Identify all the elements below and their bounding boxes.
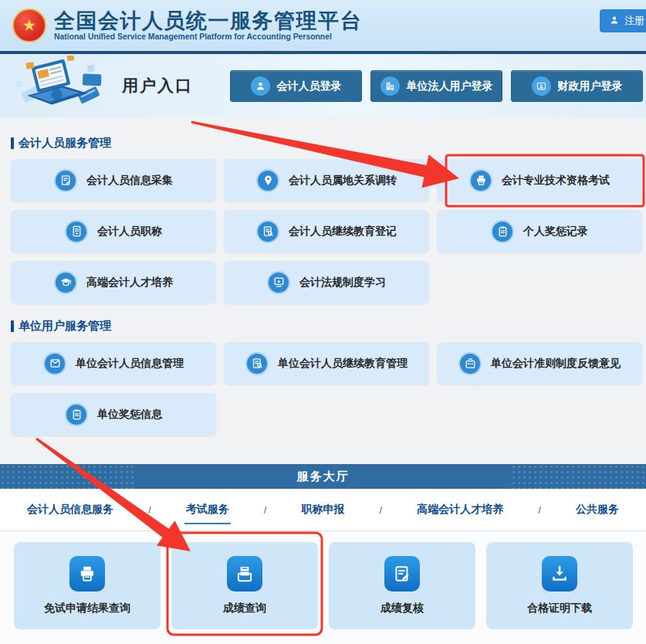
exam-service-cards: 免试申请结果查询成绩查询成绩复核合格证明下载 <box>0 531 646 644</box>
building-icon <box>380 76 400 96</box>
user-entry-banner: 用户入口 会计人员登录单位法人用户登录财政用户登录 <box>0 54 646 117</box>
service-card-label: 会计人员属地关系调转 <box>289 174 397 188</box>
doc-search-icon <box>245 352 269 375</box>
section-title: 会计人员服务管理 <box>11 117 643 151</box>
title-bar <box>11 320 14 332</box>
exam-card-成绩复核[interactable]: 成绩复核 <box>329 542 475 629</box>
service-card-label: 会计人员职称 <box>97 225 162 239</box>
page: ★ 全国会计人员统一服务管理平台 National Unified Servic… <box>0 0 646 644</box>
title-bar <box>11 137 14 149</box>
doc-search-icon <box>256 220 279 243</box>
service-card-高端会计人才培养[interactable]: 高端会计人才培养 <box>11 261 216 303</box>
service-card-单位会计人员继续教育管理[interactable]: 单位会计人员继续教育管理 <box>224 342 429 385</box>
service-card-单位会计准则制度反馈意见[interactable]: 单位会计准则制度反馈意见 <box>437 342 642 385</box>
service-card-会计法规制度学习[interactable]: 会计法规制度学习 <box>224 261 429 303</box>
tab-separator: / <box>538 504 541 516</box>
register-button[interactable]: 注册 <box>600 9 646 32</box>
doc-edit-icon <box>54 169 77 192</box>
login-button-1[interactable]: 会计人员登录 <box>230 70 362 102</box>
cards-row: 会计人员职称会计人员继续教育登记个人奖惩记录 <box>11 210 643 253</box>
person-icon <box>251 76 270 96</box>
laptop-illustration <box>12 56 114 116</box>
service-card-label: 会计人员继续教育登记 <box>289 225 397 239</box>
title-block: 全国会计人员统一服务管理平台 National Unified Service … <box>54 10 362 41</box>
service-card-个人奖惩记录[interactable]: 个人奖惩记录 <box>437 210 642 253</box>
tab-高端会计人才培养[interactable]: 高端会计人才培养 <box>417 503 503 517</box>
mail-doc-icon <box>43 352 66 375</box>
book-play-icon <box>267 271 290 294</box>
badge-icon <box>65 403 88 426</box>
service-card-label: 会计专业技术资格考试 <box>502 174 610 188</box>
service-card-label: 单位会计人员信息管理 <box>76 357 184 371</box>
service-card-label: 个人奖惩记录 <box>523 225 588 239</box>
login-button-label: 财政用户登录 <box>558 80 623 93</box>
section-title: 单位用户服务管理 <box>11 303 643 334</box>
dot-pattern <box>0 464 135 489</box>
dot-pattern <box>511 464 646 489</box>
service-sections: 会计人员服务管理会计人员信息采集会计人员属地关系调转会计专业技术资格考试会计人员… <box>0 117 646 464</box>
service-card-会计人员信息采集[interactable]: 会计人员信息采集 <box>11 159 216 202</box>
printer-icon <box>69 556 105 591</box>
service-card-label: 会计法规制度学习 <box>299 276 386 290</box>
cards-row: 高端会计人才培养会计法规制度学习 <box>11 261 643 303</box>
tab-公共服务[interactable]: 公共服务 <box>576 503 619 517</box>
service-card-label: 会计人员信息采集 <box>86 174 173 188</box>
service-card-label: 单位奖惩信息 <box>97 408 162 422</box>
location-icon <box>256 169 279 192</box>
tab-考试服务[interactable]: 考试服务 <box>186 503 229 517</box>
service-card-会计人员职称[interactable]: 会计人员职称 <box>11 210 216 253</box>
download-icon <box>542 556 577 591</box>
login-button-label: 会计人员登录 <box>277 80 342 93</box>
exam-card-label: 成绩查询 <box>223 602 266 615</box>
login-button-2[interactable]: 单位法人用户登录 <box>370 70 502 102</box>
cards-row: 单位会计人员信息管理单位会计人员继续教育管理单位会计准则制度反馈意见 <box>11 342 643 385</box>
register-label: 注册 <box>624 14 644 28</box>
service-card-单位奖惩信息[interactable]: 单位奖惩信息 <box>11 393 216 436</box>
service-hall-title: 服务大厅 <box>297 469 350 484</box>
service-card-label: 单位会计准则制度反馈意见 <box>491 357 621 371</box>
service-hall-bar: 服务大厅 <box>0 464 646 489</box>
exam-card-label: 合格证明下载 <box>527 602 592 615</box>
tab-会计人员信息服务[interactable]: 会计人员信息服务 <box>27 503 113 517</box>
service-card-label: 单位会计人员继续教育管理 <box>278 357 408 371</box>
service-card-单位会计人员信息管理[interactable]: 单位会计人员信息管理 <box>11 342 216 385</box>
cards-row: 单位奖惩信息 <box>11 393 643 436</box>
service-card-label: 高端会计人才培养 <box>86 276 173 290</box>
certificate-icon <box>65 220 88 243</box>
tab-separator: / <box>148 504 151 516</box>
person-icon <box>609 15 620 28</box>
service-card-会计人员继续教育登记[interactable]: 会计人员继续教育登记 <box>224 210 429 253</box>
app-header: ★ 全国会计人员统一服务管理平台 National Unified Servic… <box>0 0 646 51</box>
service-card-会计专业技术资格考试[interactable]: 会计专业技术资格考试 <box>437 159 642 202</box>
login-buttons: 会计人员登录单位法人用户登录财政用户登录 <box>230 70 643 102</box>
tab-职称申报[interactable]: 职称申报 <box>302 503 345 517</box>
bag-icon <box>458 352 482 375</box>
badge-icon <box>491 220 514 243</box>
service-tabs: 会计人员信息服务/考试服务/职称申报/高端会计人才培养/公共服务 <box>0 489 646 531</box>
idcard-icon <box>532 76 551 96</box>
exam-card-免试申请结果查询[interactable]: 免试申请结果查询 <box>14 542 161 629</box>
doc-edit-icon <box>384 556 420 591</box>
grad-cap-icon <box>54 271 77 294</box>
national-emblem-icon: ★ <box>12 8 46 42</box>
login-button-label: 单位法人用户登录 <box>407 80 493 93</box>
printer-icon <box>469 169 492 192</box>
cards-row: 会计人员信息采集会计人员属地关系调转会计专业技术资格考试 <box>11 159 643 202</box>
emblem-star-icon: ★ <box>22 17 37 33</box>
page-subtitle: National Unified Service Management Plat… <box>54 32 362 41</box>
exam-card-label: 免试申请结果查询 <box>44 602 130 615</box>
section-title-text: 单位用户服务管理 <box>19 319 111 334</box>
exam-card-label: 成绩复核 <box>380 602 424 615</box>
printer-out-icon <box>227 556 262 591</box>
service-card-会计人员属地关系调转[interactable]: 会计人员属地关系调转 <box>224 159 429 202</box>
exam-card-成绩查询[interactable]: 成绩查询 <box>171 542 318 629</box>
exam-card-合格证明下载[interactable]: 合格证明下载 <box>486 542 633 629</box>
login-button-3[interactable]: 财政用户登录 <box>511 70 643 102</box>
banner-title: 用户入口 <box>122 75 193 97</box>
tab-separator: / <box>380 504 383 516</box>
section-title-text: 会计人员服务管理 <box>19 136 111 151</box>
page-title: 全国会计人员统一服务管理平台 <box>54 10 362 32</box>
tab-separator: / <box>264 504 267 516</box>
